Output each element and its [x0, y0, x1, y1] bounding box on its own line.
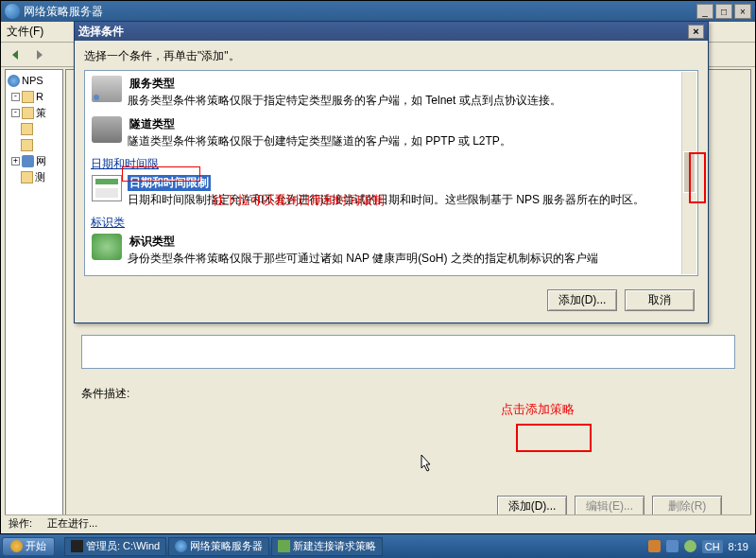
tray-clock[interactable]: 8:19: [729, 541, 748, 552]
tray-icon[interactable]: [684, 540, 696, 552]
dialog-titlebar: 选择条件 ×: [75, 22, 708, 41]
server-icon: [92, 76, 122, 102]
list-item[interactable]: 服务类型 服务类型条件将策略仅限于指定特定类型服务的客户端，如 Telnet 或…: [91, 75, 692, 110]
tree-node[interactable]: 测: [21, 169, 60, 184]
window-title: 网络策略服务器: [24, 4, 696, 20]
globe-icon: [8, 75, 20, 87]
status-progress: 正在进行...: [47, 516, 97, 531]
status-op-label: 操作:: [9, 516, 32, 531]
dialog-close-button[interactable]: ×: [688, 25, 704, 39]
expand-icon[interactable]: +: [11, 157, 20, 166]
expand-icon[interactable]: -: [11, 109, 20, 117]
identity-icon: [92, 234, 122, 260]
forward-button[interactable]: [29, 44, 50, 65]
folder-icon: [21, 139, 33, 151]
folder-icon: [21, 171, 33, 183]
taskbar-task[interactable]: 网络策略服务器: [168, 537, 269, 556]
folder-icon: [22, 91, 34, 103]
condition-list-box[interactable]: [81, 335, 735, 369]
minimize-button[interactable]: _: [696, 4, 713, 19]
shield-icon: [22, 155, 34, 167]
menu-file[interactable]: 文件(F): [7, 25, 43, 38]
globe-icon: [175, 540, 187, 552]
back-button[interactable]: [5, 44, 26, 65]
main-titlebar: 网络策略服务器 _ □ ×: [1, 1, 755, 22]
app-icon: [5, 4, 20, 19]
annotation-scrollbar-box: [689, 152, 706, 203]
tray-icon[interactable]: [648, 540, 661, 552]
annotation-click-add: 点击添加策略: [501, 401, 575, 418]
taskbar-task[interactable]: 管理员: C:\Wind: [64, 537, 166, 556]
expand-icon[interactable]: -: [11, 93, 20, 101]
tray-lang[interactable]: CH: [702, 540, 723, 553]
maximize-button[interactable]: □: [715, 4, 732, 19]
tree-node[interactable]: - 策: [11, 105, 60, 120]
list-item[interactable]: 隧道类型 隧道类型条件将策略仅限于创建特定类型隧道的客户端，如 PPTP 或 L…: [91, 115, 692, 150]
condition-desc-label: 条件描述:: [81, 386, 735, 402]
tree-node[interactable]: - R: [11, 89, 60, 104]
cmd-icon: [71, 540, 83, 552]
system-tray: CH 8:19: [648, 540, 754, 553]
dialog-cancel-button[interactable]: 取消: [625, 289, 695, 311]
list-item[interactable]: 标识类型 身份类型条件将策略仅限于那些可通过诸如 NAP 健康声明(SoH) 之…: [91, 233, 692, 268]
tree-node[interactable]: + 网: [11, 153, 60, 168]
annotation-scroll-hint: 往下拉可以看到日期和时间限制: [213, 192, 385, 209]
annotation-datetime-box: [122, 166, 200, 182]
tray-icon[interactable]: [666, 540, 679, 552]
dialog-instruction: 选择一个条件，再单击"添加"。: [84, 48, 698, 64]
start-orb-icon: [10, 540, 23, 552]
folder-icon: [22, 107, 34, 119]
status-bar: 操作: 正在进行...: [5, 514, 751, 532]
taskbar-task[interactable]: 新建连接请求策略: [271, 537, 383, 556]
taskbar: 开始 管理员: C:\Wind 网络策略服务器 新建连接请求策略 CH 8:19: [0, 534, 756, 558]
calendar-icon: [92, 175, 122, 201]
category-identity: 标识类: [91, 215, 692, 231]
close-button[interactable]: ×: [734, 4, 751, 19]
cursor-icon: [416, 453, 435, 476]
dialog-title: 选择条件: [78, 24, 124, 40]
annotation-add-box: [516, 424, 592, 452]
select-condition-dialog: 选择条件 × 选择一个条件，再单击"添加"。 服务类型 服务类型条件将策略仅限于…: [74, 21, 709, 323]
category-radius: RADIUS 客户端属: [91, 273, 692, 276]
start-button[interactable]: 开始: [2, 537, 55, 556]
wizard-icon: [278, 540, 290, 552]
tunnel-icon: [92, 116, 122, 143]
tree-panel: NPS - R - 策 + 网: [5, 69, 63, 530]
folder-icon: [21, 123, 33, 135]
dialog-add-button[interactable]: 添加(D)...: [547, 289, 617, 311]
tree-root[interactable]: NPS: [8, 73, 60, 88]
tree-node[interactable]: [21, 121, 60, 136]
tree-node[interactable]: [21, 137, 60, 152]
